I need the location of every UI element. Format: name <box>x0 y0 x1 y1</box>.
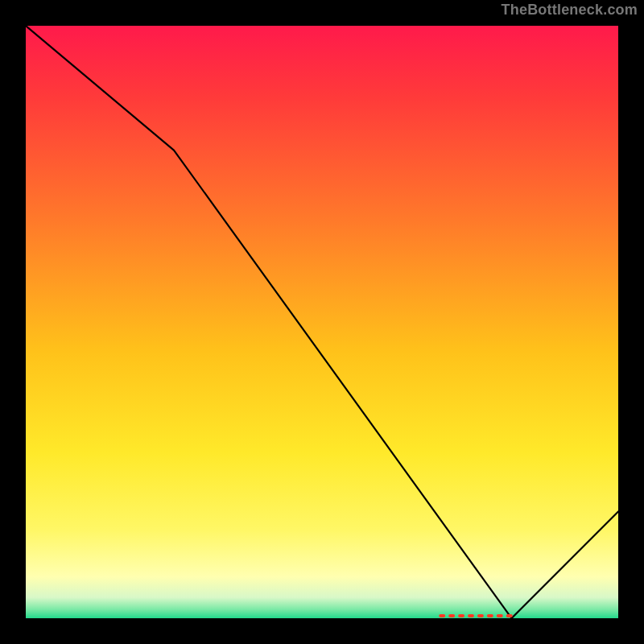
plot-area <box>24 24 620 620</box>
chart-frame: TheBottleneck.com <box>0 0 644 644</box>
bottleneck-curve <box>26 26 618 618</box>
chart-svg <box>26 26 618 618</box>
attribution-text: TheBottleneck.com <box>502 2 638 19</box>
gradient-background <box>26 26 618 618</box>
